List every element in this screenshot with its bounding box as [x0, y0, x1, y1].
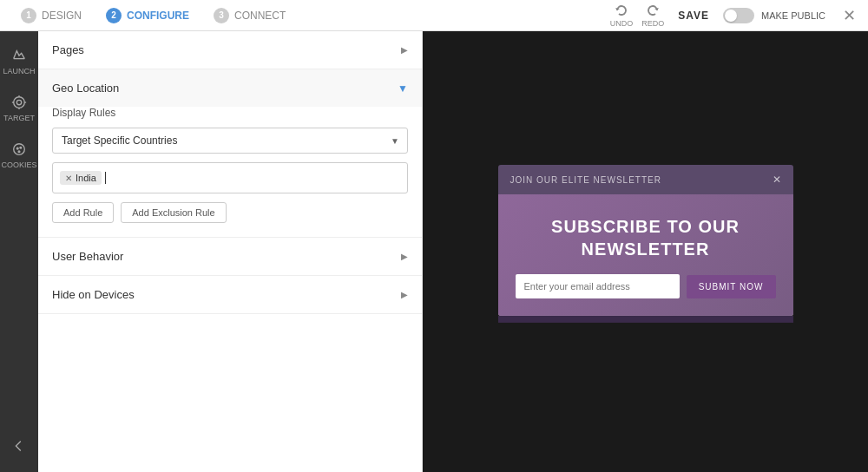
make-public-label: MAKE PUBLIC [761, 10, 825, 21]
main-layout: LAUNCH TARGET COOKIES [0, 31, 868, 472]
step-design[interactable]: 1 DESIGN [9, 0, 94, 31]
geo-section-content: Display Rules Target Specific Countries … [38, 107, 422, 237]
svg-point-1 [14, 97, 25, 108]
geo-label: Geo Location [52, 82, 119, 95]
user-behavior-section: User Behavior ▶ [38, 238, 422, 276]
step-label-connect: CONNECT [234, 10, 286, 22]
pages-arrow-icon: ▶ [401, 45, 408, 55]
preview-modal: JOIN OUR ELITE NEWSLETTER ✕ SUBSCRIBE TO… [498, 165, 793, 323]
svg-point-8 [16, 148, 18, 149]
svg-point-7 [14, 144, 25, 155]
hide-on-devices-header[interactable]: Hide on Devices ▶ [38, 276, 422, 313]
modal-form: SUBMIT NOW [516, 274, 776, 298]
geo-section-header[interactable]: Geo Location ▼ [38, 69, 422, 107]
modal-heading: SUBSCRIBE TO OUR NEWSLETTER [516, 215, 776, 260]
country-select-wrap: Target Specific Countries All Countries … [52, 128, 408, 154]
hide-on-devices-arrow-icon: ▶ [401, 290, 408, 299]
toolbar-actions: UNDO REDO SAVE MAKE PUBLIC ✕ [610, 3, 859, 28]
pages-section-header[interactable]: Pages ▶ [38, 31, 422, 69]
step-label-design: DESIGN [42, 10, 82, 22]
back-button[interactable] [0, 429, 38, 463]
toggle-knob [725, 10, 737, 22]
sidebar-item-target[interactable]: TARGET [0, 85, 38, 132]
tag-india: ✕ India [60, 171, 102, 185]
modal-body: SUBSCRIBE TO OUR NEWSLETTER SUBMIT NOW [498, 194, 793, 316]
redo-button[interactable]: REDO [641, 3, 664, 28]
modal-title-text: JOIN OUR ELITE NEWSLETTER [510, 174, 661, 184]
undo-label: UNDO [610, 19, 634, 28]
make-public-toggle[interactable] [723, 8, 754, 23]
sidebar-label-cookies: COOKIES [1, 161, 36, 169]
step-connect[interactable]: 3 CONNECT [201, 0, 298, 31]
modal-content: SUBSCRIBE TO OUR NEWSLETTER SUBMIT NOW [516, 215, 776, 298]
modal-email-input[interactable] [516, 274, 680, 298]
add-rule-button[interactable]: Add Rule [52, 202, 114, 223]
display-rules-title: Display Rules [52, 107, 408, 119]
sidebar-item-cookies[interactable]: COOKIES [0, 132, 38, 179]
pages-label: Pages [52, 43, 84, 56]
modal-submit-button[interactable]: SUBMIT NOW [687, 274, 776, 298]
tag-close-icon[interactable]: ✕ [65, 174, 72, 183]
svg-point-9 [20, 147, 22, 148]
geo-arrow-icon: ▼ [398, 82, 408, 95]
sidebar-bottom [0, 429, 38, 463]
pages-section: Pages ▶ [38, 31, 422, 69]
save-button[interactable]: SAVE [678, 10, 709, 22]
country-select[interactable]: Target Specific Countries All Countries … [52, 128, 408, 154]
rule-buttons: Add Rule Add Exclusion Rule [52, 202, 408, 223]
tag-label: India [76, 173, 96, 183]
step-num-design: 1 [21, 8, 36, 23]
close-button[interactable]: ✕ [839, 6, 859, 25]
sidebar-label-launch: LAUNCH [3, 67, 35, 75]
user-behavior-label: User Behavior [52, 250, 123, 263]
step-num-connect: 3 [214, 8, 229, 23]
modal-bottom-bar [498, 316, 793, 323]
cursor [105, 172, 106, 184]
redo-label: REDO [641, 19, 664, 28]
user-behavior-header[interactable]: User Behavior ▶ [38, 238, 422, 275]
modal-heading-line1: SUBSCRIBE TO OUR [516, 215, 776, 238]
make-public-toggle-wrap: MAKE PUBLIC [723, 8, 825, 23]
step-nav: 1 DESIGN 2 CONFIGURE 3 CONNECT [9, 0, 610, 31]
preview-area: JOIN OUR ELITE NEWSLETTER ✕ SUBSCRIBE TO… [423, 31, 868, 472]
step-configure[interactable]: 2 CONFIGURE [94, 0, 201, 31]
svg-point-2 [16, 100, 21, 104]
modal-close-icon[interactable]: ✕ [773, 174, 781, 186]
step-num-configure: 2 [106, 8, 122, 23]
svg-point-10 [18, 151, 20, 153]
sidebar: LAUNCH TARGET COOKIES [0, 31, 38, 472]
undo-button[interactable]: UNDO [610, 3, 634, 28]
add-exclusion-rule-button[interactable]: Add Exclusion Rule [121, 202, 226, 223]
modal-title-bar: JOIN OUR ELITE NEWSLETTER ✕ [498, 165, 793, 194]
configure-panel: Pages ▶ Geo Location ▼ Display Rules Tar… [38, 31, 423, 472]
undo-redo-group: UNDO REDO [610, 3, 665, 28]
top-bar: 1 DESIGN 2 CONFIGURE 3 CONNECT UNDO [0, 0, 868, 31]
geo-section: Geo Location ▼ Display Rules Target Spec… [38, 69, 422, 238]
hide-on-devices-section: Hide on Devices ▶ [38, 276, 422, 314]
sidebar-label-target: TARGET [3, 114, 35, 122]
tag-input-area[interactable]: ✕ India [52, 162, 408, 193]
step-label-configure: CONFIGURE [127, 10, 189, 22]
user-behavior-arrow-icon: ▶ [401, 252, 408, 261]
sidebar-item-launch[interactable]: LAUNCH [0, 38, 38, 85]
modal-heading-line2: NEWSLETTER [516, 238, 776, 260]
hide-on-devices-label: Hide on Devices [52, 288, 135, 301]
